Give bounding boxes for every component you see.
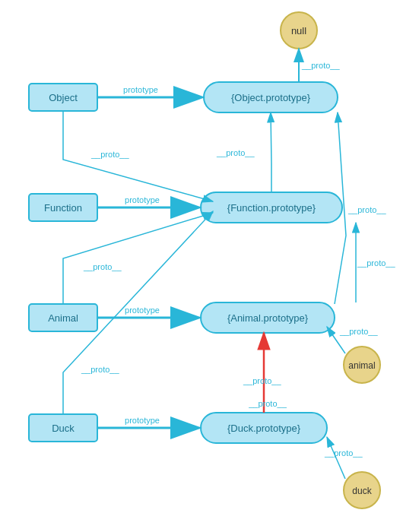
label-proto-funcproto-right: __proto__: [357, 258, 395, 268]
object-label: Object: [49, 92, 78, 103]
duck-instance-to-duckproto: [327, 437, 345, 479]
label-duckproto-proto: __proto__: [248, 399, 287, 408]
funcproto-to-objproto: [271, 112, 271, 192]
label-proto-duck-instance: __proto__: [324, 448, 363, 458]
label-prototype-func: prototype: [125, 195, 160, 204]
label-proto-obj-func: __proto__: [90, 150, 129, 159]
null-label: null: [291, 25, 306, 36]
label-proto-null: __proto__: [301, 61, 340, 70]
animal-prototype-label: {Animal.prototype}: [227, 312, 309, 324]
label-proto-animalproto: __proto__: [347, 205, 386, 214]
animal-instance-label: animal: [348, 360, 375, 371]
label-proto-animal: __proto__: [83, 262, 122, 271]
animal-proto-to-funcproto: [63, 213, 213, 304]
obj-proto-to-funcproto: [63, 111, 213, 201]
label-prototype-duck: prototype: [125, 416, 160, 425]
object-prototype-label: {Object.prototype}: [231, 92, 311, 103]
diagram-svg: null __proto__ Object {Object.prototype}…: [0, 0, 403, 532]
label-proto-animal-instance: __proto__: [339, 327, 378, 336]
duck-prototype-label: {Duck.prototype}: [227, 423, 301, 434]
animal-label: Animal: [48, 312, 78, 324]
label-prototype-animal: prototype: [125, 306, 160, 315]
duck-label: Duck: [52, 423, 75, 434]
label-prototype-obj: prototype: [123, 85, 158, 94]
duck-instance-label: duck: [352, 486, 372, 496]
function-prototype-label: {Function.prototype}: [227, 202, 316, 214]
label-proto-func-obj: __proto__: [216, 148, 255, 157]
label-duck-proto: __proto__: [81, 365, 119, 374]
function-label: Function: [44, 202, 82, 214]
label-proto-duckproto: __proto__: [243, 376, 281, 385]
